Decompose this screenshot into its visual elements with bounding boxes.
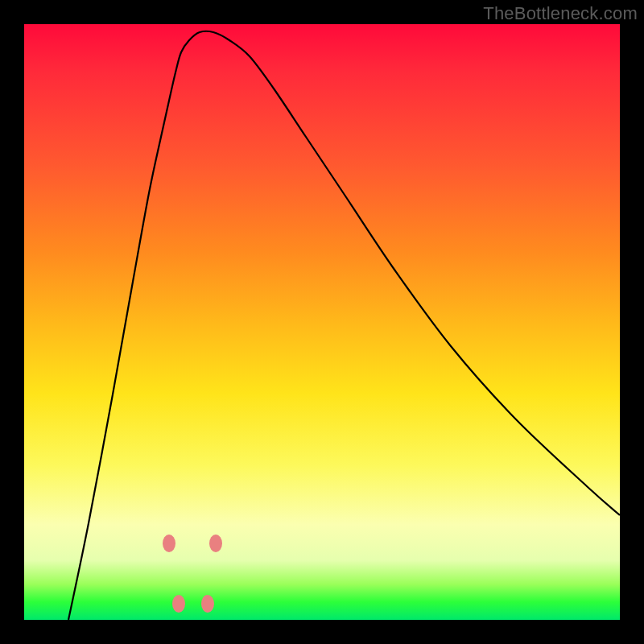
curve-marker <box>163 535 175 552</box>
watermark-text: TheBottleneck.com <box>483 3 638 24</box>
curve-marker <box>201 595 214 613</box>
chart-frame <box>24 24 620 620</box>
curve-marker <box>209 535 222 552</box>
curve-markers <box>163 535 222 613</box>
curve-path <box>68 31 620 620</box>
bottleneck-curve <box>24 24 620 620</box>
curve-marker <box>172 595 185 613</box>
